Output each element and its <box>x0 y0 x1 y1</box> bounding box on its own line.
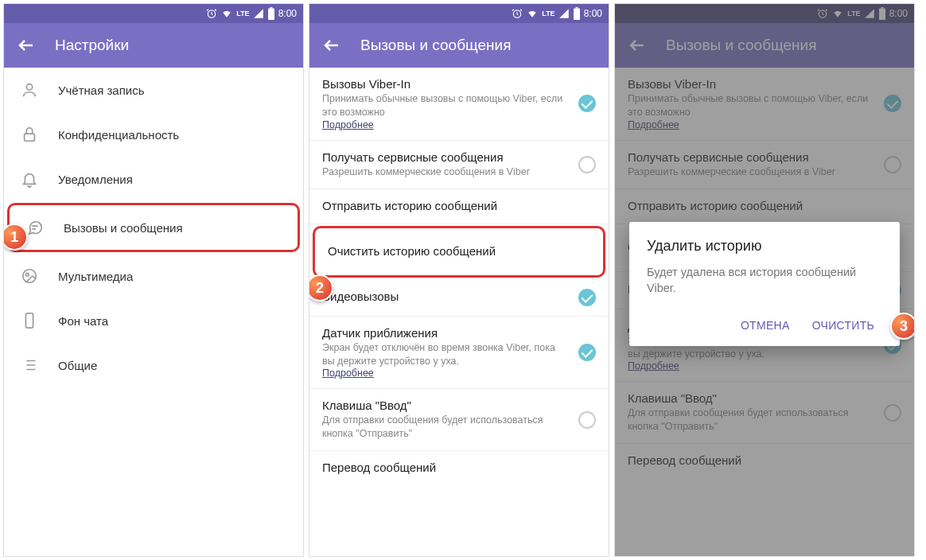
item-general[interactable]: Общие <box>4 343 303 387</box>
lte-icon: LTE <box>542 10 554 18</box>
page-title: Настройки <box>55 37 129 54</box>
checkbox-checked-icon[interactable] <box>578 95 596 112</box>
battery-icon <box>573 7 581 20</box>
clock-text: 8:00 <box>278 8 297 19</box>
item-label: Мультимедиа <box>58 270 133 283</box>
svg-point-6 <box>25 273 29 276</box>
svg-rect-10 <box>575 7 578 9</box>
checkbox-checked-icon[interactable] <box>578 344 596 361</box>
svg-rect-2 <box>270 7 272 9</box>
setting-viber-in[interactable]: Вызовы Viber-In Принимать обычные вызовы… <box>309 68 609 141</box>
lte-icon: LTE <box>236 10 249 18</box>
setting-title: Датчик приближения <box>322 326 569 340</box>
bell-icon <box>20 169 39 189</box>
signal-icon <box>253 8 264 19</box>
chat-icon <box>25 218 45 237</box>
alarm-icon <box>512 8 523 19</box>
phone-screen-3: LTE 8:00 Вызовы и сообщения Вызовы Viber… <box>614 3 915 557</box>
setting-title: Перевод сообщений <box>322 461 596 474</box>
media-icon <box>20 266 39 286</box>
checkbox-unchecked-icon[interactable] <box>578 411 596 429</box>
svg-point-3 <box>26 84 32 90</box>
person-icon <box>20 80 39 99</box>
setting-title: Очистить историю сообщений <box>328 244 590 258</box>
dialog-title: Удалить историю <box>647 238 882 255</box>
svg-point-5 <box>23 270 37 283</box>
item-calls-messages[interactable]: Вызовы и сообщения <box>7 203 300 252</box>
svg-rect-1 <box>268 9 274 20</box>
app-bar: Вызовы и сообщения <box>309 23 609 68</box>
setting-enter-key[interactable]: Клавиша "Ввод" Для отправки сообщения бу… <box>309 389 609 451</box>
item-label: Общие <box>58 359 97 372</box>
battery-icon <box>267 7 275 20</box>
setting-title: Вызовы Viber-In <box>322 77 569 91</box>
item-media[interactable]: Мультимедиа <box>4 254 303 298</box>
setting-link[interactable]: Подробнее <box>322 119 569 130</box>
phone-bg-icon <box>20 311 39 330</box>
app-bar: Настройки <box>4 23 303 68</box>
phone-screen-1: LTE 8:00 Настройки Учётная запись Конфид… <box>3 3 304 557</box>
item-label: Вызовы и сообщения <box>64 221 183 235</box>
setting-video-calls[interactable]: Видеовызовы <box>309 279 609 317</box>
back-icon[interactable] <box>17 36 36 55</box>
svg-rect-4 <box>25 134 35 141</box>
setting-desc: Для отправки сообщения будет использоват… <box>322 414 569 441</box>
confirm-button[interactable]: ОЧИСТИТЬ <box>804 313 882 338</box>
lock-icon <box>20 125 39 144</box>
checkbox-unchecked-icon[interactable] <box>578 156 596 173</box>
setting-title: Клавиша "Ввод" <box>322 399 569 412</box>
item-label: Фон чата <box>58 314 108 328</box>
item-notifications[interactable]: Уведомления <box>4 157 303 201</box>
setting-desc: Экран будет отключён во время звонка Vib… <box>322 341 569 368</box>
svg-rect-9 <box>574 9 580 20</box>
clock-text: 8:00 <box>584 8 602 19</box>
setting-link[interactable]: Подробнее <box>322 368 569 379</box>
cancel-button[interactable]: ОТМЕНА <box>733 313 798 338</box>
wifi-icon <box>526 8 539 19</box>
settings-list: Учётная запись Конфиденциальность Уведом… <box>4 68 303 556</box>
setting-clear-history[interactable]: Очистить историю сообщений <box>313 226 605 278</box>
svg-rect-7 <box>25 313 33 328</box>
signal-icon <box>558 8 570 19</box>
phone-screen-2: LTE 8:00 Вызовы и сообщения Вызовы Viber… <box>309 3 609 557</box>
alarm-icon <box>206 8 217 19</box>
back-icon[interactable] <box>322 36 341 55</box>
item-label: Конфиденциальность <box>58 128 179 142</box>
status-bar: LTE 8:00 <box>309 4 609 23</box>
setting-service-messages[interactable]: Получать сервисные сообщения Разрешить к… <box>309 141 609 189</box>
setting-title: Отправить историю сообщений <box>322 199 596 212</box>
item-privacy[interactable]: Конфиденциальность <box>4 112 303 157</box>
page-title: Вызовы и сообщения <box>360 37 511 54</box>
setting-desc: Разрешить коммерческие сообщения в Viber <box>322 165 569 179</box>
status-bar: LTE 8:00 <box>4 4 303 23</box>
item-label: Учётная запись <box>58 84 145 97</box>
dialog-message: Будет удалена вся история сообщений Vibe… <box>647 264 882 297</box>
confirm-dialog: Удалить историю Будет удалена вся истори… <box>629 222 900 346</box>
item-account[interactable]: Учётная запись <box>4 68 303 112</box>
checkbox-checked-icon[interactable] <box>578 289 596 306</box>
setting-title: Получать сервисные сообщения <box>322 150 569 164</box>
setting-translate[interactable]: Перевод сообщений <box>309 451 609 485</box>
setting-title: Видеовызовы <box>322 290 569 303</box>
item-background[interactable]: Фон чата <box>4 298 303 343</box>
settings-list: Вызовы Viber-In Принимать обычные вызовы… <box>309 68 609 556</box>
item-label: Уведомления <box>58 173 133 186</box>
setting-send-history[interactable]: Отправить историю сообщений <box>309 189 609 224</box>
setting-proximity[interactable]: Датчик приближения Экран будет отключён … <box>309 317 609 390</box>
list-icon <box>20 356 39 375</box>
dialog-actions: ОТМЕНА ОЧИСТИТЬ <box>647 313 882 338</box>
step-badge-3: 3 <box>890 313 915 340</box>
wifi-icon <box>220 8 233 19</box>
setting-desc: Принимать обычные вызовы с помощью Viber… <box>322 92 569 119</box>
